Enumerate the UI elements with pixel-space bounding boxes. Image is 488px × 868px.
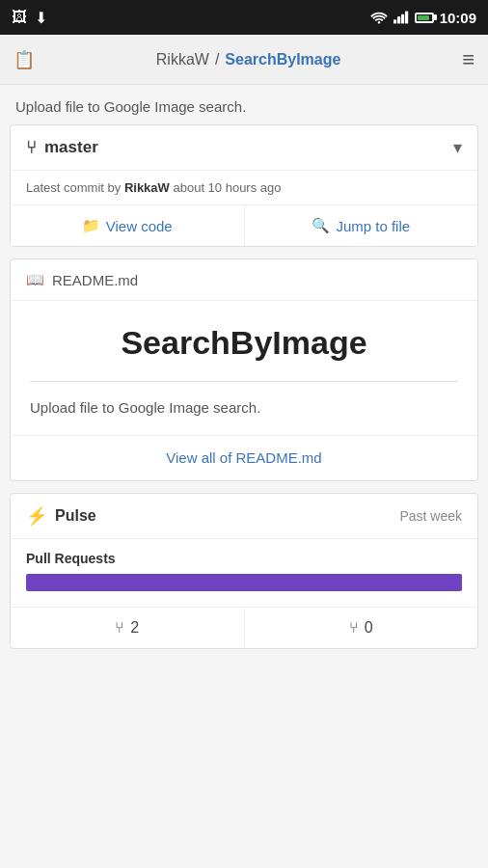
svg-rect-2 bbox=[401, 14, 404, 24]
pr-stats-row: ⑂ 2 ⑂ 0 bbox=[11, 608, 477, 648]
time-display: 10:09 bbox=[440, 10, 476, 26]
dropdown-icon: ▾ bbox=[453, 137, 462, 158]
download-icon: ⬇ bbox=[35, 9, 47, 27]
pulse-title: ⚡ Pulse bbox=[26, 505, 96, 527]
battery-icon bbox=[415, 13, 434, 23]
pulse-label: Pulse bbox=[55, 507, 96, 525]
view-code-button[interactable]: 📁 View code bbox=[11, 205, 245, 246]
pr-open-icon: ⑂ bbox=[115, 619, 124, 637]
commit-prefix: Latest commit by bbox=[26, 180, 124, 195]
svg-rect-1 bbox=[397, 16, 400, 23]
branch-name: master bbox=[44, 138, 98, 157]
view-code-icon: 📁 bbox=[82, 217, 100, 234]
jump-to-file-button[interactable]: 🔍 Jump to file bbox=[245, 205, 478, 246]
branch-info: ⑂ master bbox=[26, 138, 98, 158]
jump-to-file-label: Jump to file bbox=[336, 218, 410, 234]
branch-card: ⑂ master ▾ Latest commit by RikkaW about… bbox=[10, 124, 478, 247]
commit-author: RikkaW bbox=[124, 180, 170, 195]
readme-card: 📖 README.md SearchByImage Upload file to… bbox=[10, 258, 478, 481]
pull-requests-section: Pull Requests bbox=[11, 539, 477, 608]
pr-closed-icon: ⑂ bbox=[349, 619, 359, 637]
status-bar-left: 🖼 ⬇ bbox=[12, 9, 47, 27]
pulse-card: ⚡ Pulse Past week Pull Requests ⑂ 2 ⑂ 0 bbox=[10, 493, 478, 649]
nav-title: RikkaW / SearchByImage bbox=[156, 51, 341, 68]
page-content: Upload file to Google Image search. ⑂ ma… bbox=[0, 85, 488, 649]
search-icon: 🔍 bbox=[312, 217, 330, 234]
readme-footer[interactable]: View all of README.md bbox=[11, 435, 477, 480]
pulse-header: ⚡ Pulse Past week bbox=[11, 494, 477, 539]
repo-icon: 📋 bbox=[14, 49, 35, 70]
view-all-readme-link[interactable]: View all of README.md bbox=[166, 449, 321, 466]
pr-closed-stat: ⑂ 0 bbox=[245, 608, 478, 648]
nav-bar: 📋 RikkaW / SearchByImage ≡ bbox=[0, 35, 488, 85]
readme-description: Upload file to Google Image search. bbox=[30, 399, 458, 416]
pulse-period: Past week bbox=[399, 508, 462, 524]
svg-rect-0 bbox=[393, 19, 396, 23]
svg-rect-3 bbox=[405, 12, 408, 24]
commit-suffix: about 10 hours ago bbox=[170, 180, 282, 195]
status-bar-right: 10:09 bbox=[370, 10, 476, 26]
menu-button[interactable]: ≡ bbox=[462, 47, 474, 72]
readme-body: SearchByImage Upload file to Google Imag… bbox=[11, 301, 477, 435]
pr-bar bbox=[26, 574, 462, 591]
readme-header-label: README.md bbox=[52, 272, 138, 288]
nav-slash: / bbox=[215, 51, 219, 68]
pr-open-count: 2 bbox=[130, 619, 139, 637]
wifi-icon bbox=[370, 11, 388, 24]
signal-icon bbox=[393, 11, 409, 24]
branch-selector[interactable]: ⑂ master ▾ bbox=[11, 125, 477, 171]
readme-header-icon: 📖 bbox=[26, 271, 44, 288]
readme-header: 📖 README.md bbox=[11, 259, 477, 301]
page-subtitle: Upload file to Google Image search. bbox=[0, 85, 488, 124]
pr-open-stat: ⑂ 2 bbox=[11, 608, 245, 648]
readme-divider bbox=[30, 381, 458, 382]
status-bar: 🖼 ⬇ 10:09 bbox=[0, 0, 488, 35]
pr-closed-count: 0 bbox=[365, 619, 373, 637]
view-code-label: View code bbox=[106, 218, 173, 234]
nav-owner: RikkaW bbox=[156, 51, 209, 68]
branch-icon: ⑂ bbox=[26, 138, 37, 158]
pr-label: Pull Requests bbox=[26, 551, 462, 566]
readme-title: SearchByImage bbox=[30, 324, 458, 362]
pulse-icon: ⚡ bbox=[26, 505, 47, 527]
nav-repo: SearchByImage bbox=[225, 51, 340, 68]
action-buttons: 📁 View code 🔍 Jump to file bbox=[11, 205, 477, 246]
image-icon: 🖼 bbox=[12, 9, 27, 26]
commit-info: Latest commit by RikkaW about 10 hours a… bbox=[11, 171, 477, 205]
